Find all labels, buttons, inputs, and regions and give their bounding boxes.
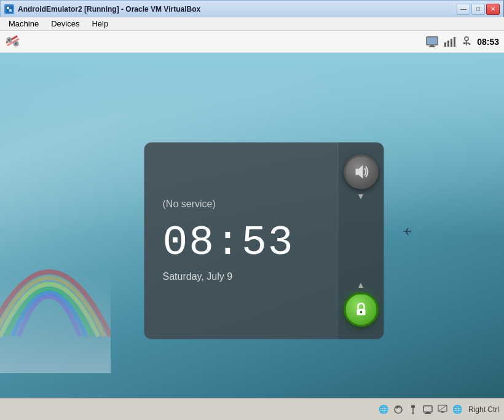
- menu-machine[interactable]: Machine: [2, 18, 45, 30]
- lock-control: ▲: [344, 280, 378, 331]
- title-bar-left: AndroidEmulator2 [Running] - Oracle VM V…: [4, 4, 200, 14]
- volume-button[interactable]: [344, 154, 378, 189]
- vm-refresh-icon[interactable]: [392, 403, 404, 416]
- toolbar: 08:53: [0, 31, 504, 53]
- vm-usb-status-icon[interactable]: [407, 403, 419, 416]
- usb-icon: [460, 35, 473, 49]
- no-service-label: (No service): [163, 199, 320, 210]
- svg-rect-10: [427, 38, 437, 44]
- vm-display-area[interactable]: ✈ (No service) 08:53 Saturday, July 9 ▼: [0, 53, 504, 420]
- svg-point-17: [465, 37, 468, 41]
- svg-rect-20: [463, 42, 465, 44]
- vm-status-bar: 🌐: [0, 398, 504, 420]
- lock-info-panel: (No service) 08:53 Saturday, July 9: [144, 142, 338, 339]
- svg-rect-31: [425, 413, 431, 414]
- close-button[interactable]: ✕: [486, 4, 500, 15]
- svg-rect-12: [429, 46, 435, 47]
- svg-rect-14: [447, 41, 449, 47]
- lock-controls-panel: ▼ ▲: [338, 142, 384, 339]
- svg-point-8: [15, 42, 17, 45]
- settings-icon[interactable]: [5, 34, 21, 50]
- window-controls: — □ ✕: [457, 4, 500, 15]
- vm-display-status-icon[interactable]: [422, 403, 434, 416]
- toolbar-left: [5, 34, 21, 50]
- menu-help[interactable]: Help: [85, 18, 114, 30]
- svg-rect-16: [454, 37, 455, 47]
- lock-up-arrow: ▲: [356, 280, 365, 290]
- vm-globe-icon[interactable]: 🌐: [377, 403, 390, 416]
- svg-point-21: [469, 43, 471, 45]
- lock-clock: 08:53: [163, 222, 320, 264]
- svg-rect-34: [441, 411, 444, 413]
- display-icon: [425, 35, 439, 49]
- menu-bar: Machine Devices Help: [0, 17, 504, 31]
- waterfall-effect: [0, 275, 111, 373]
- menu-devices[interactable]: Devices: [45, 18, 85, 30]
- window-title: AndroidEmulator2 [Running] - Oracle VM V…: [18, 5, 200, 14]
- title-bar: AndroidEmulator2 [Running] - Oracle VM V…: [0, 0, 504, 17]
- unlock-button[interactable]: [344, 292, 378, 327]
- svg-line-33: [438, 405, 447, 411]
- volume-down-arrow: ▼: [356, 191, 365, 201]
- android-lock-screen: (No service) 08:53 Saturday, July 9 ▼ ▲: [144, 142, 384, 339]
- vm-web-icon[interactable]: 🌐: [451, 403, 463, 416]
- lock-date: Saturday, July 9: [163, 271, 320, 282]
- toolbar-right: 08:53: [425, 35, 499, 49]
- svg-point-23: [360, 311, 362, 313]
- svg-point-6: [8, 39, 10, 41]
- volume-control: ▼: [344, 149, 378, 201]
- minimize-button[interactable]: —: [457, 4, 470, 15]
- maximize-button[interactable]: □: [471, 4, 485, 15]
- svg-rect-30: [426, 412, 430, 413]
- svg-rect-26: [411, 405, 415, 408]
- vm-network-status-icon[interactable]: [436, 403, 449, 416]
- svg-point-28: [412, 412, 414, 414]
- right-ctrl-label: Right Ctrl: [468, 405, 499, 414]
- svg-rect-15: [451, 39, 452, 47]
- svg-rect-13: [444, 42, 446, 47]
- system-time: 08:53: [477, 37, 499, 47]
- svg-rect-29: [423, 406, 432, 412]
- network-icon: [443, 35, 456, 49]
- svg-rect-11: [430, 45, 434, 46]
- svg-rect-1: [7, 7, 9, 9]
- bird-decoration: ✈: [403, 225, 412, 239]
- virtualbox-icon: [4, 4, 14, 14]
- svg-rect-2: [9, 9, 12, 12]
